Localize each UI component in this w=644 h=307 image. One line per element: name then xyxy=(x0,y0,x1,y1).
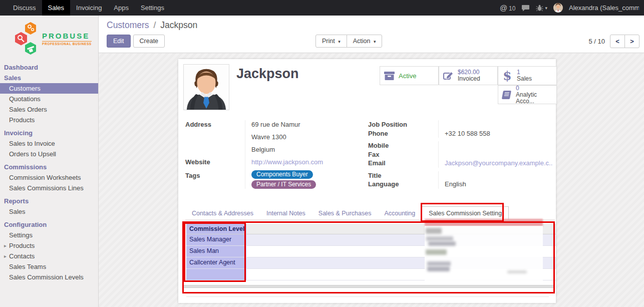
sidebar-item-config-products[interactable]: ▸ Products xyxy=(0,240,98,251)
user-avatar[interactable] xyxy=(553,3,563,13)
customer-form-sheet: Jackpson Active xyxy=(178,59,556,303)
sidebar-section-dashboard[interactable]: Dashboard xyxy=(0,62,98,73)
sidebar-item-orders-to-upsell[interactable]: Orders to Upsell xyxy=(0,149,98,159)
logo-subtitle: PROFESSIONAL BUSINESS xyxy=(42,41,92,46)
topbar-right: @ 10 ▾ xyxy=(500,3,644,13)
sidebar-item-sales-orders[interactable]: Sales Orders xyxy=(0,104,98,115)
tab-internal-notes[interactable]: Internal Notes xyxy=(260,206,312,220)
sidebar-item-quotations[interactable]: Quotations xyxy=(0,94,98,104)
create-button[interactable]: Create xyxy=(133,35,165,48)
tag-components-buyer: Components Buyer xyxy=(251,170,313,179)
caret-down-icon: ▾ xyxy=(338,39,341,44)
sales-text: 1 Sales xyxy=(517,69,532,82)
tag-partner-it-services: Partner / IT Services xyxy=(251,180,316,189)
sidebar-item-sales-commissions-lines[interactable]: Sales Commissions Lines xyxy=(0,183,98,193)
phone-label: Phone xyxy=(368,129,438,138)
language-value: English xyxy=(438,180,552,189)
menu-apps[interactable]: Apps xyxy=(108,0,135,16)
analytic-accounts-stat-button[interactable]: 0 Analytic Acco... xyxy=(498,85,557,104)
breadcrumb-separator: / xyxy=(153,20,156,30)
email-value: Jackpson@yourcompany.example.c.. xyxy=(438,159,552,168)
menu-discuss[interactable]: Discuss xyxy=(7,0,42,16)
fax-value xyxy=(438,150,552,159)
commission-level-cell: Sales Manager xyxy=(186,234,246,245)
redacted-blob xyxy=(427,266,450,271)
sidebar-item-customers[interactable]: Customers xyxy=(0,83,98,94)
pager-previous-button[interactable]: < xyxy=(610,35,625,48)
debug-menu-button[interactable]: ▾ xyxy=(536,5,547,12)
commission-table: Commission Level Sales Manager Sales Man… xyxy=(186,224,556,280)
redacted-blob xyxy=(426,236,453,241)
sidebar-item-reports-sales[interactable]: Sales xyxy=(0,206,98,217)
archive-box-icon xyxy=(383,72,395,80)
redacted-blob xyxy=(426,249,447,255)
topbar: Discuss Sales Invoicing Apps Settings @ … xyxy=(0,0,644,16)
mentions-button[interactable]: @ 10 xyxy=(500,4,516,12)
sidebar-item-config-contacts[interactable]: ▸ Contacts xyxy=(0,251,98,261)
menu-settings[interactable]: Settings xyxy=(135,0,170,16)
language-label: Language xyxy=(368,180,438,189)
stat-buttons: Active $620.00 Invoiced xyxy=(380,66,557,104)
redacted-blob xyxy=(507,270,527,273)
analytic-text: 0 Analytic Acco... xyxy=(516,85,553,105)
breadcrumb-customers-link[interactable]: Customers xyxy=(107,20,149,30)
redacted-header-blur xyxy=(425,219,543,226)
website-url[interactable]: http://www.jackpson.com xyxy=(251,158,323,166)
topbar-menu: Discuss Sales Invoicing Apps Settings xyxy=(7,0,170,16)
sidebar-section-invoicing[interactable]: Invoicing xyxy=(0,128,98,138)
mobile-value xyxy=(438,141,552,150)
bug-icon xyxy=(536,5,543,12)
sidebar-section-reports[interactable]: Reports xyxy=(0,196,98,206)
right-field-group: Job Position Phone +32 10 588 558 Mobile… xyxy=(368,120,551,189)
sheet-divider xyxy=(186,296,549,297)
action-buttons: Print ▾ Action ▾ xyxy=(315,35,382,48)
messages-button[interactable] xyxy=(521,5,530,12)
redacted-blob xyxy=(426,228,442,234)
tags-value: Components Buyer Partner / IT Services xyxy=(245,169,368,189)
address-line: Belgium xyxy=(251,145,368,157)
pager: 5 / 10 < > xyxy=(588,35,639,48)
tab-sales-commission-setting[interactable]: Sales Commission Setting xyxy=(422,206,509,220)
email-link[interactable]: Jackpson@yourcompany.example.c.. xyxy=(445,159,552,167)
left-field-group: Address 69 rue de Namur Wavre 1300 Belgi… xyxy=(185,120,368,189)
chat-bubble-icon xyxy=(521,5,530,12)
user-menu[interactable]: Alexandra (Sales_comm.. xyxy=(569,4,639,12)
column-header-commission-level: Commission Level xyxy=(186,224,246,234)
tab-sales-purchases[interactable]: Sales & Purchases xyxy=(312,206,378,220)
app-logo[interactable]: PROBUSE PROFESSIONAL BUSINESS xyxy=(0,16,98,60)
job-position-value xyxy=(438,120,552,129)
table-scrollbar[interactable] xyxy=(183,285,554,288)
logo-text: PROBUSE PROFESSIONAL BUSINESS xyxy=(42,32,92,46)
invoiced-stat-button[interactable]: $620.00 Invoiced xyxy=(439,66,498,85)
active-stat-button[interactable]: Active xyxy=(380,66,439,85)
sidebar-section-commissions[interactable]: Commissions xyxy=(0,162,98,172)
invoiced-text: $620.00 Invoiced xyxy=(458,69,480,82)
menu-sales[interactable]: Sales xyxy=(42,0,71,16)
sidebar-item-commission-worksheets[interactable]: Commission Worksheets xyxy=(0,172,98,183)
sales-stat-button[interactable]: $ 1 Sales xyxy=(498,66,557,85)
sidebar-item-settings[interactable]: Settings xyxy=(0,230,98,240)
redacted-blob xyxy=(427,261,451,266)
menu-invoicing[interactable]: Invoicing xyxy=(70,0,108,16)
pager-next-button[interactable]: > xyxy=(624,35,639,48)
tab-accounting[interactable]: Accounting xyxy=(378,206,422,220)
sidebar-item-sales-teams[interactable]: Sales Teams xyxy=(0,261,98,272)
title-label: Title xyxy=(368,171,438,180)
sidebar-item-sales-to-invoice[interactable]: Sales to Invoice xyxy=(0,138,98,149)
address-line: Wavre 1300 xyxy=(251,133,368,145)
sidebar-item-sales-commission-levels[interactable]: Sales Commission Levels xyxy=(0,272,98,282)
print-dropdown-button[interactable]: Print ▾ xyxy=(315,35,347,48)
print-label: Print xyxy=(322,38,335,45)
address-label: Address xyxy=(185,120,245,157)
tags-label: Tags xyxy=(185,169,245,189)
caret-down-icon: ▾ xyxy=(545,6,547,11)
email-label: Email xyxy=(368,159,438,168)
address-value: 69 rue de Namur Wavre 1300 Belgium xyxy=(245,120,368,157)
sidebar-section-sales[interactable]: Sales xyxy=(0,73,98,83)
sidebar-item-products[interactable]: Products xyxy=(0,115,98,125)
action-dropdown-button[interactable]: Action ▾ xyxy=(347,35,383,48)
edit-button[interactable]: Edit xyxy=(107,35,131,48)
tab-contacts-addresses[interactable]: Contacts & Addresses xyxy=(185,206,260,220)
commission-level-cell: Callcenter Agent xyxy=(186,257,246,268)
sidebar-section-configuration[interactable]: Configuration xyxy=(0,219,98,230)
